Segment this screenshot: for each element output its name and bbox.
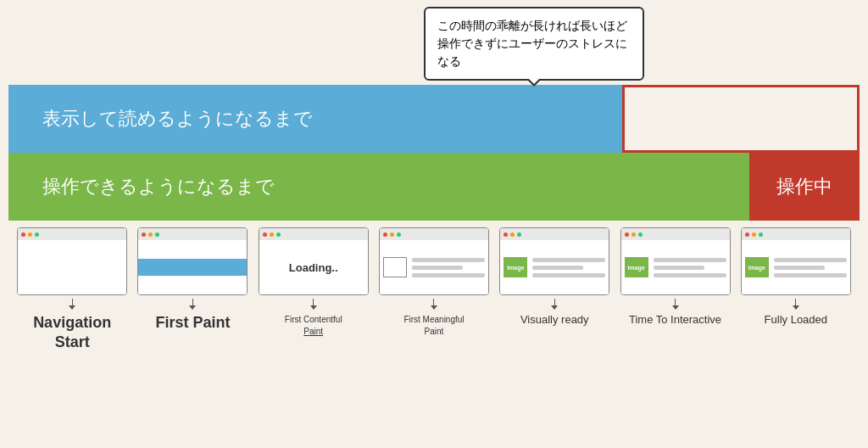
green-bar-suffix: 操作中	[749, 153, 860, 221]
browser-window-first-contentful: Loading..	[259, 227, 369, 295]
browser-content-tti: Image	[621, 240, 730, 294]
arrow-tti	[672, 299, 679, 310]
browser-content-paint	[138, 240, 247, 294]
browser-content-empty	[18, 240, 126, 294]
blue-bar: 表示して読めるようになるまで	[8, 85, 860, 153]
dot-red-7	[745, 232, 749, 237]
dot-red-5	[504, 232, 508, 237]
caption-fully-loaded: Fully Loaded	[765, 313, 827, 328]
green-bar-text: 操作できるようになるまで	[8, 174, 749, 199]
browser-chrome-4	[380, 228, 488, 240]
arrow-nav-start	[69, 299, 75, 310]
screenshot-item-first-contentful: Loading.. First Contentful Paint	[253, 227, 374, 353]
tooltip-text: この時間の乖離が長ければ長いほど操作できずにユーザーのストレスになる	[437, 19, 627, 68]
dot-yellow-4	[390, 232, 394, 237]
screenshot-item-tti: Image Time To Interactive	[615, 227, 735, 353]
dot-green-5	[517, 232, 521, 237]
dot-green-7	[759, 232, 763, 237]
caption-first-paint: First Paint	[155, 313, 230, 333]
dot-green	[35, 232, 39, 237]
dot-green-2	[155, 232, 159, 237]
dot-green-4	[397, 232, 401, 237]
dot-red-3	[263, 232, 267, 237]
dot-yellow	[28, 232, 32, 237]
browser-content-loaded: Image	[742, 240, 850, 294]
tooltip-box: この時間の乖離が長ければ長いほど操作できずにユーザーのストレスになる	[424, 7, 644, 81]
caption-nav-start: Navigation Start	[17, 313, 127, 353]
arrow-first-paint	[189, 299, 196, 310]
browser-chrome-3	[259, 228, 368, 240]
browser-chrome-5	[500, 228, 609, 240]
dot-green-6	[638, 232, 643, 237]
browser-chrome-2	[138, 228, 247, 240]
caption-first-meaningful: First Meaningful Paint	[403, 313, 464, 338]
browser-window-visually-ready: Image	[499, 227, 609, 295]
arrow-fully-loaded	[793, 299, 799, 310]
browser-window-tti: Image	[620, 227, 731, 295]
browser-chrome	[18, 228, 126, 240]
dot-yellow-6	[632, 232, 636, 237]
screenshot-item-first-meaningful: First Meaningful Paint	[374, 227, 494, 353]
browser-chrome-7	[742, 228, 850, 240]
dot-green-3	[276, 232, 281, 237]
browser-content-visually: Image	[500, 240, 609, 294]
dot-yellow-7	[752, 232, 756, 237]
screenshot-item-nav-start: Navigation Start	[12, 227, 132, 353]
img-placeholder-green-3: Image	[745, 257, 769, 277]
caption-visually-ready: Visually ready	[520, 313, 589, 328]
browser-window-first-paint	[137, 227, 248, 295]
arrow-visually-ready	[551, 299, 558, 310]
caption-first-contentful: First Contentful Paint	[285, 313, 342, 338]
caption-tti: Time To Interactive	[629, 313, 721, 328]
green-bar: 操作できるようになるまで 操作中	[8, 153, 860, 221]
img-placeholder-empty	[383, 257, 407, 277]
browser-window-fully-loaded: Image	[741, 227, 851, 295]
screenshots-row: Navigation Start First Paint	[8, 221, 860, 353]
img-placeholder-green-2: Image	[625, 257, 648, 277]
dot-yellow-5	[510, 232, 515, 237]
browser-content-meaningful	[380, 240, 488, 294]
dot-red	[21, 232, 25, 237]
paint-blue-bar	[138, 259, 247, 276]
screenshot-item-visually-ready: Image Visually ready	[494, 227, 615, 353]
browser-window-nav-start	[17, 227, 127, 295]
main-container: この時間の乖離が長ければ長いほど操作できずにユーザーのストレスになる 表示して読…	[0, 0, 868, 353]
dot-red-2	[142, 232, 146, 237]
bars-container: 表示して読めるようになるまで 操作できるようになるまで 操作中	[8, 85, 860, 221]
dot-yellow-2	[148, 232, 153, 237]
browser-chrome-6	[621, 228, 730, 240]
dot-red-4	[383, 232, 387, 237]
arrow-first-contentful	[310, 299, 317, 310]
dot-yellow-3	[270, 232, 274, 237]
browser-content-loading: Loading..	[259, 240, 368, 294]
img-placeholder-green: Image	[504, 257, 527, 277]
blue-bar-highlight	[622, 85, 860, 153]
browser-window-first-meaningful	[379, 227, 489, 295]
screenshot-item-fully-loaded: Image Fully Loaded	[736, 227, 856, 353]
screenshot-item-first-paint: First Paint	[132, 227, 253, 353]
dot-red-6	[625, 232, 629, 237]
arrow-first-meaningful	[431, 299, 437, 310]
blue-bar-text: 表示して読めるようになるまで	[42, 106, 313, 132]
